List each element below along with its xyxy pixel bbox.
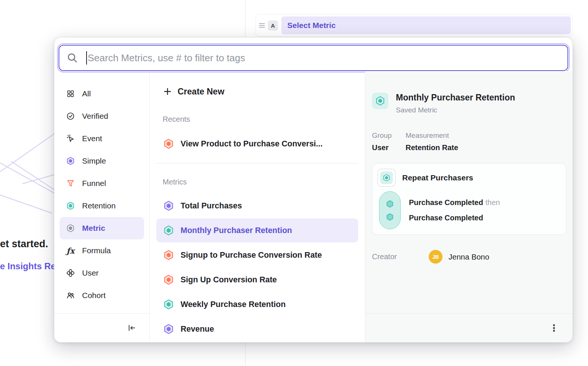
sidebar-item-label: Funnel: [82, 179, 106, 188]
sidebar-item-formula[interactable]: ƒx Formula: [60, 239, 144, 262]
saved-metric-icon: [372, 93, 388, 109]
sidebar-item-simple[interactable]: Simple: [60, 150, 144, 172]
group-label: Group: [372, 131, 406, 140]
creator-avatar: JB: [429, 250, 442, 264]
drag-handle-icon[interactable]: [259, 23, 265, 28]
sidebar-item-event[interactable]: Event: [60, 127, 144, 150]
metric-hexagon-icon: [163, 225, 174, 236]
create-new-label: Create New: [178, 87, 224, 97]
recents-header: Recents: [156, 115, 358, 124]
hexagon-gray-icon: [66, 223, 75, 233]
hexagon-purple-icon: [66, 156, 75, 166]
measurement-value: Retention Rate: [406, 143, 458, 152]
step-2: Purchase Completed: [409, 214, 500, 222]
create-new-button[interactable]: Create New: [156, 86, 358, 97]
metric-letter-badge[interactable]: A: [268, 21, 278, 31]
metric-row-monthly-purchaser-retention[interactable]: Monthly Purchaser Retention: [156, 218, 358, 242]
sidebar-footer: [54, 313, 149, 342]
metric-row-label: Monthly Purchaser Retention: [181, 226, 292, 235]
measurement-label: Measurement: [406, 131, 458, 140]
retention-steps-capsule: [379, 191, 401, 229]
sidebar-item-retention[interactable]: Retention: [60, 195, 144, 217]
metric-definition-card: Repeat Purchasers Purchase Completedthen…: [372, 163, 566, 235]
detail-meta: Group User Measurement Retention Rate: [372, 131, 566, 152]
metric-hexagon-icon: [163, 299, 174, 310]
grid-icon: [66, 89, 75, 99]
metric-picker-modal: All Verified Event: [54, 37, 573, 342]
group-value: User: [372, 143, 406, 152]
select-metric-label: Select Metric: [287, 21, 336, 30]
sidebar-item-funnel[interactable]: Funnel: [60, 172, 144, 195]
select-metric-field[interactable]: Select Metric: [281, 16, 571, 34]
detail-title: Monthly Purchaser Retention: [396, 93, 515, 103]
step-1: Purchase Completedthen: [409, 198, 500, 207]
metric-row-label: View Product to Purchase Conversi...: [181, 139, 323, 149]
cursor-click-icon: [66, 134, 75, 143]
detail-subtitle: Saved Metric: [396, 106, 515, 114]
metric-row-weekly-purchase-retention[interactable]: Weekly Purchase Retention: [156, 292, 358, 316]
card-title: Repeat Purchasers: [402, 173, 473, 182]
metric-search-bar[interactable]: [59, 45, 568, 71]
sidebar-item-label: All: [82, 89, 91, 98]
sidebar-item-metric[interactable]: Metric: [60, 217, 144, 239]
people-icon: [66, 291, 75, 300]
metric-hexagon-icon: [163, 274, 174, 285]
hexagon-teal-icon: [66, 201, 75, 211]
clipped-link-text[interactable]: e Insights Re: [0, 261, 56, 272]
collapse-sidebar-icon[interactable]: [125, 322, 138, 334]
metric-detail-panel: Monthly Purchaser Retention Saved Metric…: [365, 71, 573, 342]
text-caret: [86, 51, 87, 65]
filter-sidebar: All Verified Event: [54, 71, 150, 342]
metric-row-label: Signup to Purchase Conversion Rate: [181, 251, 322, 260]
clipped-heading-text: et started.: [0, 238, 48, 250]
metric-row-label: Total Purchases: [181, 201, 242, 211]
dashed-metric-icon: [378, 169, 395, 187]
sidebar-item-label: Event: [82, 134, 102, 143]
flower-icon: [66, 268, 75, 278]
results-divider: [156, 163, 358, 164]
funnel-icon: [66, 179, 75, 188]
plus-icon: [163, 87, 172, 96]
sidebar-item-verified[interactable]: Verified: [60, 105, 144, 127]
sidebar-item-label: Retention: [82, 201, 116, 210]
sidebar-item-cohort[interactable]: Cohort: [60, 284, 144, 307]
sidebar-item-label: Verified: [82, 112, 108, 121]
metric-row-label: Revenue: [181, 325, 214, 334]
recent-metric-row[interactable]: View Product to Purchase Conversi...: [156, 132, 358, 156]
metric-row-signup-to-purchase-conversion-rate[interactable]: Signup to Purchase Conversion Rate: [156, 243, 358, 267]
formula-fx-icon: ƒx: [66, 246, 75, 255]
sidebar-item-label: Formula: [82, 246, 111, 255]
metrics-header: Metrics: [156, 178, 358, 186]
sidebar-item-user[interactable]: User: [60, 262, 144, 284]
step-hexagon-icon: [386, 200, 394, 208]
sidebar-item-label: Metric: [82, 224, 105, 233]
detail-header: Monthly Purchaser Retention Saved Metric: [372, 71, 566, 114]
sidebar-item-label: User: [82, 269, 98, 277]
metric-hexagon-icon: [163, 323, 174, 335]
sidebar-item-all[interactable]: All: [60, 83, 144, 105]
query-builder-row: A Select Metric: [256, 14, 573, 37]
sidebar-item-label: Simple: [82, 156, 106, 165]
metric-hexagon-icon: [163, 138, 174, 149]
step-hexagon-icon: [386, 213, 394, 221]
metric-results-list: Create New Recents View Product to Purch…: [150, 71, 365, 342]
creator-name: Jenna Bono: [448, 252, 489, 261]
detail-footer: ⋮: [365, 313, 573, 342]
metric-hexagon-icon: [163, 200, 174, 211]
metric-row-total-purchases[interactable]: Total Purchases: [156, 194, 358, 218]
sidebar-item-label: Cohort: [82, 291, 106, 300]
metric-row-label: Sign Up Conversion Rate: [181, 275, 277, 285]
metric-row-revenue[interactable]: Revenue: [156, 317, 358, 341]
creator-label: Creator: [372, 252, 429, 261]
metric-row-sign-up-conversion-rate[interactable]: Sign Up Conversion Rate: [156, 268, 358, 292]
then-connector: then: [485, 198, 500, 207]
metric-row-label: Weekly Purchase Retention: [181, 300, 286, 309]
verified-badge-icon: [66, 111, 75, 121]
search-input[interactable]: [88, 52, 560, 64]
metric-hexagon-icon: [163, 249, 174, 261]
search-icon: [67, 52, 78, 63]
creator-row: Creator JB Jenna Bono: [372, 250, 566, 264]
more-options-icon[interactable]: ⋮: [548, 323, 560, 333]
